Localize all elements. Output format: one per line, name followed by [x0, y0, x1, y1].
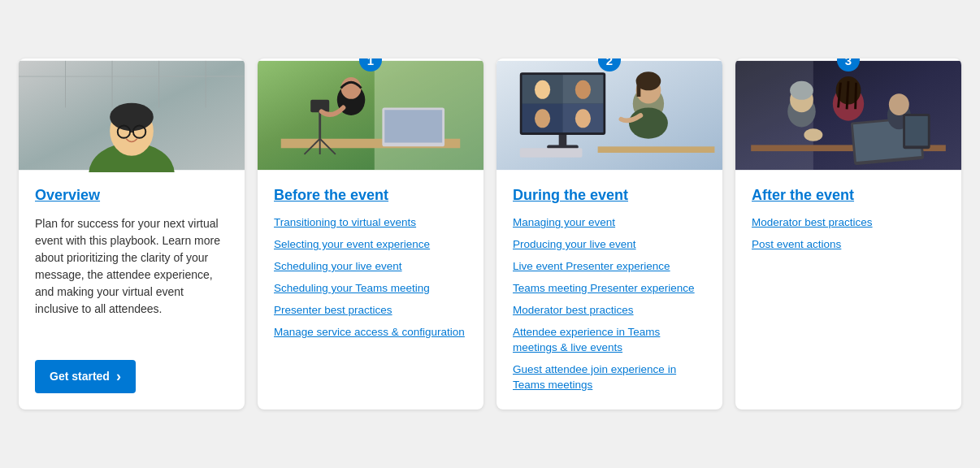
svg-point-32 — [535, 80, 550, 99]
card-link-during-6[interactable]: Guest attendee join experience in Teams … — [513, 362, 706, 393]
svg-point-24 — [341, 78, 362, 100]
card-title-overview[interactable]: Overview — [35, 187, 228, 204]
card-link-before-4[interactable]: Presenter best practices — [274, 303, 467, 318]
svg-point-52 — [790, 81, 813, 100]
card-link-during-0[interactable]: Managing your event — [513, 215, 706, 231]
card-links-during: Managing your eventProducing your live e… — [513, 215, 706, 392]
get-started-button[interactable]: Get started › — [35, 360, 136, 393]
card-image-after: 3 — [735, 58, 961, 172]
svg-point-9 — [110, 103, 154, 132]
card-link-during-1[interactable]: Producing your live event — [513, 237, 706, 253]
card-image-during: 2 — [497, 58, 722, 172]
card-after: 3After the eventModerator best practices… — [735, 58, 961, 409]
svg-point-34 — [535, 110, 550, 128]
card-link-during-4[interactable]: Moderator best practices — [513, 303, 706, 318]
svg-point-59 — [889, 94, 909, 116]
card-link-before-3[interactable]: Scheduling your Teams meeting — [274, 281, 467, 297]
arrow-icon: › — [116, 368, 121, 385]
svg-rect-17 — [384, 110, 442, 143]
card-link-after-0[interactable]: Moderator best practices — [752, 215, 945, 231]
card-links-after: Moderator best practicesPost event actio… — [752, 215, 945, 253]
card-title-after[interactable]: After the event — [752, 187, 945, 204]
cards-container: OverviewPlan for success for your next v… — [19, 58, 961, 409]
card-link-before-0[interactable]: Transitioning to virtual events — [274, 215, 467, 231]
svg-rect-38 — [520, 149, 583, 158]
card-title-during[interactable]: During the event — [513, 187, 706, 204]
svg-point-43 — [629, 108, 668, 139]
svg-line-56 — [847, 81, 848, 110]
card-body-before: Before the eventTransitioning to virtual… — [258, 172, 483, 409]
card-title-before[interactable]: Before the event — [274, 187, 467, 204]
card-during: 2During the eventManaging your eventProd… — [497, 58, 722, 409]
card-link-before-2[interactable]: Scheduling your live event — [274, 259, 467, 275]
card-overview: OverviewPlan for success for your next v… — [19, 58, 245, 409]
card-image-overview — [19, 58, 245, 172]
svg-line-57 — [856, 83, 856, 110]
card-link-during-2[interactable]: Live event Presenter experience — [513, 259, 706, 275]
svg-point-35 — [575, 110, 591, 128]
card-links-before: Transitioning to virtual eventsSelecting… — [274, 215, 467, 340]
card-link-after-1[interactable]: Post event actions — [752, 237, 945, 253]
card-link-before-1[interactable]: Selecting your event experience — [274, 237, 467, 253]
svg-rect-36 — [559, 135, 567, 146]
svg-point-62 — [804, 129, 822, 141]
card-description-overview: Plan for success for your next virtual e… — [35, 215, 228, 318]
card-body-during: During the eventManaging your eventProdu… — [497, 172, 722, 409]
svg-point-33 — [575, 80, 591, 99]
card-link-during-3[interactable]: Teams meeting Presenter experience — [513, 281, 706, 297]
card-before: 1Before the eventTransitioning to virtua… — [258, 58, 483, 409]
card-image-before: 1 — [258, 58, 483, 172]
card-link-before-5[interactable]: Manage service access & configuration — [274, 325, 467, 340]
card-body-after: After the eventModerator best practicesP… — [735, 172, 961, 409]
svg-rect-61 — [905, 116, 928, 145]
card-link-during-5[interactable]: Attendee experience in Teams meetings & … — [513, 325, 706, 356]
svg-rect-44 — [598, 147, 715, 154]
card-body-overview: OverviewPlan for success for your next v… — [19, 172, 245, 409]
svg-rect-42 — [637, 81, 641, 97]
